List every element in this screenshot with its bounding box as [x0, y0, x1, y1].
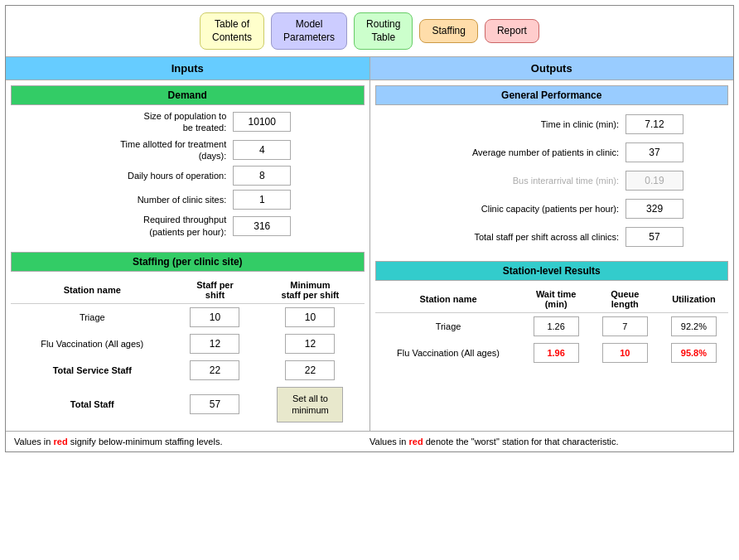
min-staff-cell-triage [256, 303, 364, 331]
station-name-triage: Triage [11, 303, 174, 331]
sr-col-util: Utilization [659, 286, 728, 313]
sr-input-wait-triage[interactable] [534, 316, 579, 336]
inputs-header: Inputs [6, 57, 370, 80]
inputs-panel: Inputs Demand Size of population tobe tr… [6, 57, 370, 430]
sr-row-triage: Triage [375, 313, 729, 340]
demand-row: Daily hours of operation: [11, 166, 365, 186]
staffing-row-triage: Triage [11, 303, 365, 331]
col-min-staff: Minimumstaff per shift [256, 277, 364, 304]
demand-label-throughput: Required throughput(patients per hour): [84, 214, 233, 238]
sr-station-flu: Flu Vaccination (All ages) [375, 340, 522, 366]
general-performance-table: Time in clinic (min): Average number of … [375, 110, 729, 251]
general-performance-header: General Performance [375, 85, 729, 105]
total-service-label: Total Service Staff [11, 357, 174, 384]
total-staff-cell [174, 384, 257, 426]
sr-row-flu: Flu Vaccination (All ages) [375, 340, 729, 366]
sr-col-wait: Wait time(min) [522, 286, 591, 313]
demand-row: Number of clinic sites: [11, 190, 365, 210]
demand-row: Time allotted for treatment(days): [11, 138, 365, 162]
demand-input-sites[interactable] [233, 190, 291, 210]
staff-input-cell-flu [174, 331, 257, 357]
staffing-row-flu: Flu Vaccination (All ages) [11, 331, 365, 357]
staff-input-triage[interactable] [190, 307, 239, 327]
gp-input-time[interactable] [625, 114, 683, 134]
sr-queue-triage [591, 313, 659, 340]
total-service-min-input[interactable] [285, 360, 335, 380]
footer-right: Values in red denote the "worst" station… [370, 437, 725, 447]
gp-row-avg-patients: Average number of patients in clinic: [375, 138, 729, 167]
sr-queue-flu [591, 340, 659, 366]
demand-row: Size of population tobe treated: [11, 110, 365, 134]
tab-toc[interactable]: Table ofContents [200, 12, 264, 50]
station-results-table: Station name Wait time(min) Queuelength … [375, 286, 729, 366]
station-results-header: Station-level Results [375, 261, 729, 281]
footer-left: Values in red signify below-minimum staf… [14, 437, 370, 447]
sr-input-util-flu[interactable] [671, 343, 717, 363]
tab-routing-table[interactable]: RoutingTable [354, 12, 413, 50]
gp-value-total-staff [622, 223, 728, 251]
gp-label-bus: Bus interarrival time (min): [375, 167, 623, 195]
demand-input-pop[interactable] [233, 112, 291, 132]
min-staff-input-flu[interactable] [285, 334, 335, 354]
demand-input-days[interactable] [233, 140, 291, 160]
col-station-name: Station name [11, 277, 174, 304]
set-all-minimum-button[interactable]: Set all tominimum [277, 387, 343, 422]
total-service-staff-cell [174, 357, 257, 384]
footer-red-right: red [409, 437, 423, 447]
total-service-staff-input[interactable] [190, 360, 239, 380]
gp-label-total-staff: Total staff per shift across all clinics… [375, 223, 623, 251]
total-staff-input[interactable] [190, 394, 239, 414]
demand-label-days: Time allotted for treatment(days): [84, 138, 233, 162]
gp-input-avg-patients[interactable] [625, 142, 683, 162]
sr-input-util-triage[interactable] [671, 316, 717, 336]
station-results-section: Station name Wait time(min) Queuelength … [370, 286, 734, 371]
demand-label-hours: Daily hours of operation: [84, 170, 233, 181]
sr-col-queue: Queuelength [591, 286, 659, 313]
staffing-section-header: Staffing (per clinic site) [11, 252, 365, 272]
gp-row-bus: Bus interarrival time (min): [375, 167, 729, 195]
staffing-table: Station name Staff pershift Minimumstaff… [11, 277, 365, 426]
demand-input-throughput[interactable] [233, 216, 291, 236]
staff-input-flu[interactable] [190, 334, 239, 354]
footer-red-left: red [54, 437, 68, 447]
gp-input-bus[interactable] [625, 171, 683, 191]
sr-wait-triage [522, 313, 591, 340]
tab-report[interactable]: Report [485, 19, 539, 44]
outputs-header: Outputs [370, 57, 734, 80]
demand-input-hours[interactable] [233, 166, 291, 186]
sr-col-station: Station name [375, 286, 522, 313]
col-staff-per-shift: Staff pershift [174, 277, 257, 304]
gp-input-total-staff[interactable] [625, 227, 683, 247]
total-staff-label: Total Staff [11, 384, 174, 426]
demand-row: Required throughput(patients per hour): [11, 214, 365, 238]
sr-input-queue-triage[interactable] [602, 316, 648, 336]
set-all-cell: Set all tominimum [256, 384, 364, 426]
gp-label-avg-patients: Average number of patients in clinic: [375, 138, 623, 167]
gp-value-time [622, 110, 728, 138]
sr-input-wait-flu[interactable] [534, 343, 579, 363]
staffing-section: Station name Staff pershift Minimumstaff… [6, 277, 370, 431]
sr-input-queue-flu[interactable] [602, 343, 648, 363]
tab-model-parameters[interactable]: ModelParameters [271, 12, 347, 50]
gp-row-time: Time in clinic (min): [375, 110, 729, 138]
tab-staffing[interactable]: Staffing [419, 19, 477, 44]
min-staff-input-triage[interactable] [285, 307, 335, 327]
gp-label-time: Time in clinic (min): [375, 110, 623, 138]
general-performance-section: Time in clinic (min): Average number of … [370, 110, 734, 256]
staff-input-cell-triage [174, 303, 257, 331]
total-service-min-cell [256, 357, 364, 384]
footer: Values in red signify below-minimum staf… [6, 431, 733, 451]
demand-label-pop: Size of population tobe treated: [84, 110, 233, 134]
tab-bar: Table ofContents ModelParameters Routing… [6, 6, 733, 56]
demand-section: Size of population tobe treated: Time al… [6, 110, 370, 247]
demand-label-sites: Number of clinic sites: [84, 194, 233, 205]
sr-station-triage: Triage [375, 313, 522, 340]
demand-section-header: Demand [11, 85, 365, 105]
gp-row-total-staff: Total staff per shift across all clinics… [375, 223, 729, 251]
sr-wait-flu [522, 340, 591, 366]
sr-util-triage [659, 313, 728, 340]
gp-input-capacity[interactable] [625, 199, 683, 219]
gp-value-capacity [622, 195, 728, 223]
gp-value-bus [622, 167, 728, 195]
gp-row-capacity: Clinic capacity (patients per hour): [375, 195, 729, 223]
